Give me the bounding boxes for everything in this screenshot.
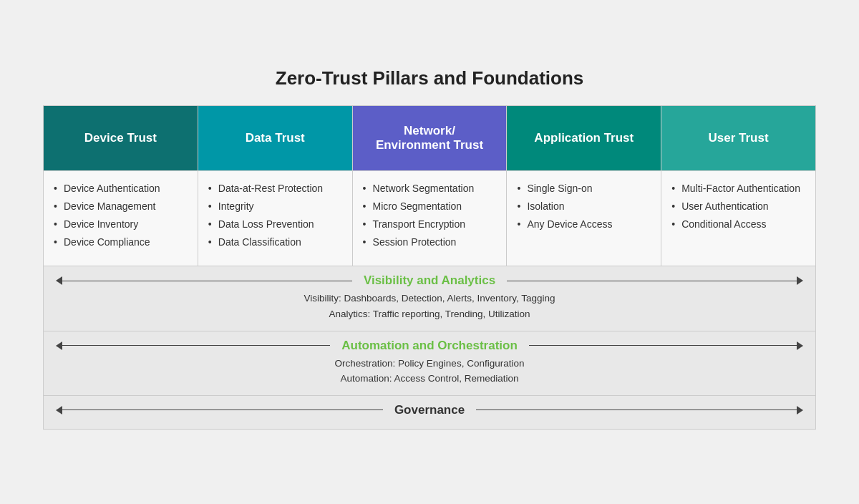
- pillar-device: Device TrustDevice AuthenticationDevice …: [44, 106, 198, 266]
- pillar-item: Device Inventory: [54, 217, 188, 232]
- pillar-item: Data-at-Rest Protection: [208, 181, 342, 196]
- foundation-title-row-automation: Automation and Orchestration: [57, 339, 802, 353]
- foundation-automation: Automation and OrchestrationOrchestratio…: [44, 331, 815, 395]
- main-title: Zero-Trust Pillars and Foundations: [43, 67, 816, 89]
- foundation-governance: Governance: [44, 395, 815, 429]
- pillar-item: Single Sign-on: [517, 181, 651, 196]
- pillar-item: Conditional Access: [671, 217, 805, 232]
- foundation-desc-automation: Orchestration: Policy Engines, Configura…: [57, 356, 802, 387]
- pillar-body-app: Single Sign-onIsolationAny Device Access: [507, 170, 661, 266]
- pillar-data: Data TrustData-at-Rest ProtectionIntegri…: [198, 106, 353, 266]
- foundation-label-automation: Automation and Orchestration: [330, 339, 529, 353]
- pillar-item: Network Segmentation: [363, 181, 497, 196]
- pillar-item: Integrity: [208, 199, 342, 214]
- foundation-label-governance: Governance: [383, 403, 476, 417]
- pillar-item: Device Compliance: [54, 235, 188, 250]
- pillar-item: Any Device Access: [517, 217, 651, 232]
- pillar-header-network: Network/ Environment Trust: [353, 106, 507, 170]
- pillar-body-user: Multi-Factor AuthenticationUser Authenti…: [661, 170, 815, 266]
- foundation-title-row-governance: Governance: [57, 403, 802, 417]
- pillar-header-data: Data Trust: [198, 106, 352, 170]
- pillar-item: User Authentication: [671, 199, 805, 214]
- pillar-item: Data Loss Prevention: [208, 217, 342, 232]
- foundation-label-visibility: Visibility and Analytics: [352, 273, 507, 288]
- pillar-body-device: Device AuthenticationDevice ManagementDe…: [44, 170, 198, 266]
- foundation-desc-visibility: Visibility: Dashboards, Detection, Alert…: [57, 291, 802, 321]
- pillar-item: Data Classification: [208, 235, 342, 250]
- pillar-network: Network/ Environment TrustNetwork Segmen…: [353, 106, 508, 266]
- pillar-item: Multi-Factor Authentication: [671, 181, 805, 196]
- foundation-visibility: Visibility and AnalyticsVisibility: Dash…: [44, 266, 815, 330]
- pillar-item: Isolation: [517, 199, 651, 214]
- pillar-header-app: Application Trust: [507, 106, 661, 170]
- diagram-container: Zero-Trust Pillars and Foundations Devic…: [21, 53, 838, 450]
- pillar-app: Application TrustSingle Sign-onIsolation…: [507, 106, 661, 266]
- pillar-body-network: Network SegmentationMicro SegmentationTr…: [353, 170, 507, 266]
- pillar-header-user: User Trust: [661, 106, 815, 170]
- pillar-item: Session Protection: [363, 235, 497, 250]
- pillar-body-data: Data-at-Rest ProtectionIntegrityData Los…: [198, 170, 352, 266]
- pillar-item: Micro Segmentation: [363, 199, 497, 214]
- pillar-user: User TrustMulti-Factor AuthenticationUse…: [661, 106, 815, 266]
- outer-box: Device TrustDevice AuthenticationDevice …: [43, 105, 816, 429]
- pillar-item: Transport Encryption: [363, 217, 497, 232]
- pillar-item: Device Management: [54, 199, 188, 214]
- pillar-item: Device Authentication: [54, 181, 188, 196]
- foundation-title-row-visibility: Visibility and Analytics: [57, 273, 802, 288]
- pillars-row: Device TrustDevice AuthenticationDevice …: [44, 106, 815, 266]
- pillar-header-device: Device Trust: [44, 106, 198, 170]
